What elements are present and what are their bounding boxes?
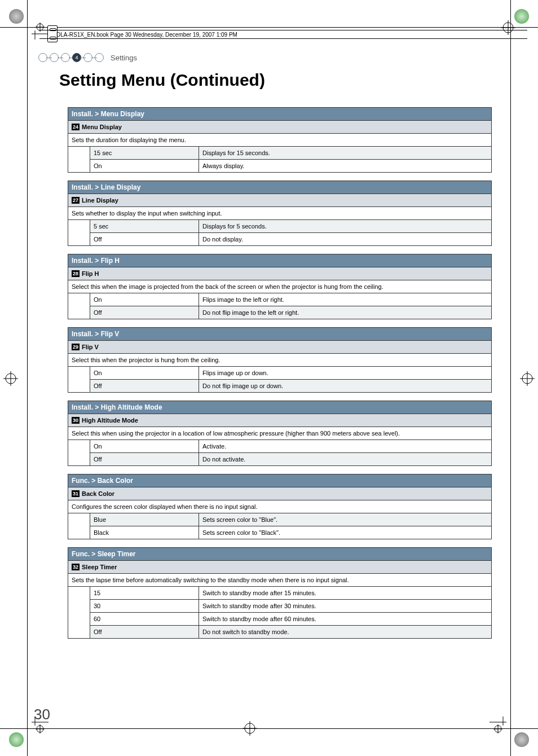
section-desc: Configures the screen color displayed wh… <box>68 500 492 513</box>
option-name: Black <box>90 526 199 539</box>
section-header: Install. > Line Display <box>68 181 492 194</box>
option-row: OnActivate. <box>68 440 492 453</box>
option-name: Off <box>90 453 199 466</box>
option-row: OnFlips image up or down. <box>68 367 492 380</box>
section-subheader: 29Flip V <box>68 341 492 354</box>
section-subheader: 32Sleep Timer <box>68 561 492 574</box>
section-header: Func. > Back Color <box>68 474 492 487</box>
option-desc: Flips image up or down. <box>199 367 492 380</box>
option-row: OffDo not flip image to the left or righ… <box>68 306 492 319</box>
option-spacer <box>68 147 90 173</box>
corner-disc-tl <box>9 9 24 24</box>
option-name: 15 sec <box>90 147 199 160</box>
option-spacer <box>68 367 90 393</box>
option-desc: Do not flip image up or down. <box>199 380 492 393</box>
section-header: Func. > Sleep Timer <box>68 548 492 561</box>
option-spacer <box>68 220 90 246</box>
option-desc: Always display. <box>199 160 492 173</box>
settings-section: Install. > Line Display27Line DisplaySet… <box>68 181 492 246</box>
option-name: On <box>90 440 199 453</box>
section-header: Install. > High Altitude Mode <box>68 401 492 414</box>
settings-section: Func. > Sleep Timer32Sleep TimerSets the… <box>68 547 492 639</box>
corner-disc-tr <box>514 9 529 24</box>
option-row: 15 secDisplays for 15 seconds. <box>68 147 492 160</box>
crop-line-top <box>0 27 538 28</box>
crop-line-right <box>510 0 511 756</box>
registration-mark-left <box>3 371 18 386</box>
option-name: On <box>90 367 199 380</box>
settings-section: Func. > Back Color31Back ColorConfigures… <box>68 474 492 539</box>
option-desc: Switch to standby mode after 15 minutes. <box>199 587 492 600</box>
option-desc: Sets screen color to "Black". <box>199 526 492 539</box>
option-name: Blue <box>90 513 199 526</box>
corner-disc-br <box>514 732 529 747</box>
option-name: Off <box>90 306 199 319</box>
option-row: OnFlips image to the left or right. <box>68 293 492 306</box>
corner-disc-bl <box>9 732 24 747</box>
settings-section: Install. > Flip H28Flip HSelect this whe… <box>68 254 492 319</box>
option-spacer <box>68 440 90 466</box>
section-header: Install. > Flip H <box>68 254 492 267</box>
corner-mark-br <box>490 717 506 733</box>
option-row: BlackSets screen color to "Black". <box>68 526 492 539</box>
page-title: Setting Menu (Continued) <box>59 71 265 90</box>
section-desc: Sets whether to display the input when s… <box>68 207 492 220</box>
section-desc: Select this when the image is projected … <box>68 280 492 293</box>
option-desc: Switch to standby mode after 60 minutes. <box>199 613 492 626</box>
option-spacer <box>68 293 90 319</box>
option-row: OnAlways display. <box>68 160 492 173</box>
option-desc: Do not display. <box>199 233 492 246</box>
settings-section: Install. > High Altitude Mode30High Alti… <box>68 401 492 466</box>
registration-mark-right <box>520 371 535 386</box>
option-row: 30Switch to standby mode after 30 minute… <box>68 600 492 613</box>
option-name: Off <box>90 380 199 393</box>
option-row: OffDo not display. <box>68 233 492 246</box>
option-desc: Switch to standby mode after 30 minutes. <box>199 600 492 613</box>
option-desc: Do not activate. <box>199 453 492 466</box>
section-desc: Select this when the projector is hung f… <box>68 354 492 367</box>
option-row: OffDo not switch to standby mode. <box>68 626 492 639</box>
section-desc: Sets the duration for displaying the men… <box>68 134 492 147</box>
chapter-dot <box>95 53 104 62</box>
option-desc: Activate. <box>199 440 492 453</box>
section-desc: Sets the lapse time before automatically… <box>68 574 492 587</box>
option-row: 15Switch to standby mode after 15 minute… <box>68 587 492 600</box>
option-desc: Displays for 5 seconds. <box>199 220 492 233</box>
option-desc: Do not switch to standby mode. <box>199 626 492 639</box>
settings-section: Install. > Menu Display24Menu DisplaySet… <box>68 107 492 173</box>
option-desc: Do not flip image to the left or right. <box>199 306 492 319</box>
doc-header: DLA-RS1X_EN.book Page 30 Wednesday, Dece… <box>39 30 527 39</box>
settings-tables: Install. > Menu Display24Menu DisplaySet… <box>68 107 492 647</box>
option-name: On <box>90 293 199 306</box>
crop-line-left <box>27 0 28 756</box>
option-desc: Displays for 15 seconds. <box>199 147 492 160</box>
section-desc: Select this when using the projector in … <box>68 427 492 440</box>
section-subheader: 28Flip H <box>68 267 492 280</box>
option-desc: Sets screen color to "Blue". <box>199 513 492 526</box>
section-header: Install. > Flip V <box>68 328 492 341</box>
chapter-indicator: 4 Settings <box>39 53 137 62</box>
option-name: 15 <box>90 587 199 600</box>
section-header: Install. > Menu Display <box>68 108 492 121</box>
option-name: On <box>90 160 199 173</box>
option-name: 30 <box>90 600 199 613</box>
option-spacer <box>68 513 90 539</box>
section-subheader: 30High Altitude Mode <box>68 414 492 427</box>
option-row: 60Switch to standby mode after 60 minute… <box>68 613 492 626</box>
settings-section: Install. > Flip V29Flip VSelect this whe… <box>68 327 492 393</box>
option-desc: Flips image to the left or right. <box>199 293 492 306</box>
chapter-label: Settings <box>111 54 137 62</box>
crop-line-bottom <box>0 728 538 729</box>
option-spacer <box>68 587 90 639</box>
doc-header-text: DLA-RS1X_EN.book Page 30 Wednesday, Dece… <box>56 32 237 38</box>
option-name: Off <box>90 233 199 246</box>
page-number: 30 <box>34 706 50 723</box>
option-row: 5 secDisplays for 5 seconds. <box>68 220 492 233</box>
option-name: 60 <box>90 613 199 626</box>
section-subheader: 31Back Color <box>68 487 492 500</box>
section-subheader: 27Line Display <box>68 194 492 207</box>
option-row: OffDo not flip image up or down. <box>68 380 492 393</box>
option-name: Off <box>90 626 199 639</box>
option-row: BlueSets screen color to "Blue". <box>68 513 492 526</box>
option-name: 5 sec <box>90 220 199 233</box>
